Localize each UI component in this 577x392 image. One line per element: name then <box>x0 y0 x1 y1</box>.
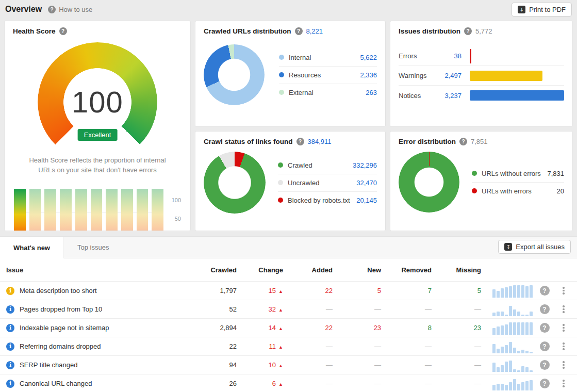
missing-count: — <box>432 380 481 387</box>
question-icon[interactable]: ? <box>464 27 472 35</box>
added-count: — <box>283 361 333 369</box>
legend-item: External 263 <box>279 84 377 101</box>
issues-row-errors: Errors 38 <box>399 46 564 66</box>
card-title: Issues distribution <box>399 27 460 35</box>
issues-total: 5,772 <box>475 27 492 35</box>
question-icon[interactable]: ? <box>296 138 304 145</box>
question-icon[interactable]: ? <box>459 138 467 145</box>
crawled-count: 22 <box>189 342 237 350</box>
legend-value[interactable]: 2,336 <box>360 71 377 79</box>
notices-bar <box>470 90 564 101</box>
help-icon[interactable]: ? <box>540 341 550 351</box>
card-title: Crawled URLs distribution <box>204 27 291 35</box>
history-bars <box>14 189 163 231</box>
col-new[interactable]: New <box>333 266 381 274</box>
card-crawl-status: Crawl status of links found ? 384,911 Cr… <box>195 131 386 231</box>
tab-top-issues[interactable]: Top issues <box>64 237 122 258</box>
change-up-triangle-icon: ▲ <box>278 382 283 387</box>
legend-dot-blocked <box>278 198 283 203</box>
page-title: Overview <box>5 5 42 14</box>
added-count: 22 <box>283 324 333 332</box>
crawl-status-donut-chart <box>204 152 266 214</box>
download-icon: ↧ <box>518 6 525 13</box>
history-y-axis: 100 50 0 <box>163 189 181 231</box>
download-icon: ↧ <box>504 243 512 251</box>
legend-value[interactable]: 263 <box>366 89 377 96</box>
legend-value[interactable]: 332,296 <box>353 161 377 169</box>
issue-name[interactable]: Canonical URL changed <box>20 380 92 387</box>
notices-count[interactable]: 3,237 <box>436 92 461 100</box>
help-icon[interactable]: ? <box>540 286 550 296</box>
table-row[interactable]: i Indexable page not in sitemap 2,894 14… <box>0 318 577 337</box>
col-crawled[interactable]: Crawled <box>189 266 237 274</box>
health-score-history-chart: 100 50 0 <box>13 189 182 231</box>
question-icon[interactable]: ? <box>295 27 303 35</box>
help-icon[interactable]: ? <box>540 379 550 388</box>
table-row[interactable]: i SERP title changed 94 10▲ — — — — ? <box>0 355 577 374</box>
crawled-count: 1,797 <box>189 287 237 295</box>
tab-whats-new[interactable]: What's new <box>0 237 64 258</box>
issue-name[interactable]: Meta description too short <box>20 287 97 295</box>
issues-bars: Errors 38 Warnings 2,497 Notices 3,237 <box>399 46 564 105</box>
error-distribution-legend: URLs without errors 7,831 URLs with erro… <box>472 165 564 200</box>
change-value: 32 <box>269 305 276 313</box>
table-row[interactable]: i Canonical URL changed 26 6▲ — — — — ? <box>0 374 577 392</box>
question-icon: ? <box>48 6 56 13</box>
card-title: Crawl status of links found <box>204 138 293 145</box>
table-row[interactable]: i Meta description too short 1,797 15▲ 2… <box>0 281 577 300</box>
issue-name[interactable]: Referring domains dropped <box>20 342 101 350</box>
table-row[interactable]: i Pages dropped from Top 10 52 32▲ — — —… <box>0 300 577 318</box>
kebab-menu-icon[interactable] <box>561 378 566 389</box>
kebab-menu-icon[interactable] <box>561 304 566 315</box>
crawl-status-total[interactable]: 384,911 <box>308 138 332 145</box>
crawl-status-legend: Crawled 332,296 Uncrawled 32,470 Blocked… <box>278 157 377 209</box>
legend-value[interactable]: 20,145 <box>356 197 377 204</box>
crawled-urls-total[interactable]: 8,221 <box>306 27 323 35</box>
cards-grid: Crawled URLs distribution ? 8,221 Intern… <box>0 19 577 231</box>
kebab-menu-icon[interactable] <box>561 322 566 333</box>
how-to-use-link[interactable]: ? How to use <box>48 6 92 13</box>
kebab-menu-icon[interactable] <box>561 341 566 352</box>
added-count: 22 <box>283 287 333 295</box>
trend-sparkline <box>492 377 533 390</box>
help-icon[interactable]: ? <box>540 304 550 314</box>
change-value: 14 <box>269 324 276 332</box>
health-score-badge: Excellent <box>78 129 118 141</box>
missing-count: 23 <box>432 324 481 332</box>
print-to-pdf-button[interactable]: ↧ Print to PDF <box>512 3 572 17</box>
change-value: 10 <box>269 361 276 369</box>
help-icon[interactable]: ? <box>540 360 550 370</box>
trend-sparkline <box>492 358 533 372</box>
history-bar <box>91 189 103 231</box>
kebab-menu-icon[interactable] <box>561 285 566 296</box>
issue-name[interactable]: SERP title changed <box>20 361 78 369</box>
col-removed[interactable]: Removed <box>381 266 432 274</box>
col-change[interactable]: Change <box>237 266 283 274</box>
legend-value[interactable]: 5,622 <box>360 54 377 61</box>
col-issue[interactable]: Issue <box>6 266 189 274</box>
col-missing[interactable]: Missing <box>432 266 481 274</box>
export-all-issues-button[interactable]: ↧ Export all issues <box>498 240 571 254</box>
missing-count: — <box>432 342 481 350</box>
kebab-menu-icon[interactable] <box>561 360 566 370</box>
legend-dot-resources <box>279 72 284 77</box>
col-added[interactable]: Added <box>283 266 333 274</box>
removed-count: — <box>381 361 432 369</box>
card-title: Error distribution <box>399 138 456 145</box>
added-count: — <box>283 380 333 387</box>
trend-sparkline <box>492 284 533 298</box>
legend-value[interactable]: 32,470 <box>356 179 377 187</box>
question-icon[interactable]: ? <box>59 27 67 35</box>
table-row[interactable]: i Referring domains dropped 22 11▲ — — —… <box>0 337 577 355</box>
help-icon[interactable]: ? <box>540 323 550 333</box>
severity-icon: i <box>6 361 14 369</box>
issue-name[interactable]: Pages dropped from Top 10 <box>20 305 102 313</box>
added-count: — <box>283 305 333 313</box>
how-to-use-label: How to use <box>59 6 92 13</box>
errors-count[interactable]: 38 <box>436 52 461 60</box>
top-bar: Overview ? How to use ↧ Print to PDF <box>0 0 577 19</box>
error-distribution-total: 7,851 <box>471 138 488 145</box>
issue-name[interactable]: Indexable page not in sitemap <box>20 324 109 332</box>
crawled-count: 2,894 <box>189 324 237 332</box>
warnings-count[interactable]: 2,497 <box>436 72 461 79</box>
